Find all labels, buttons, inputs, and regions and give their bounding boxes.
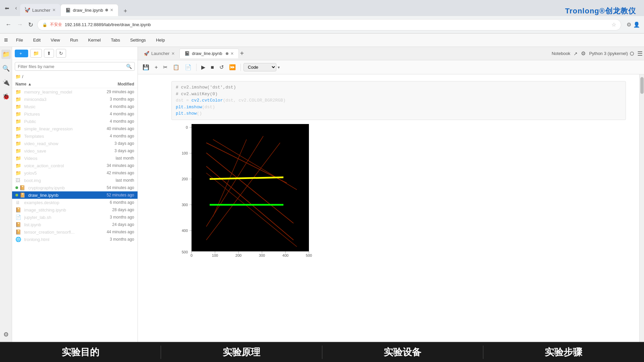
cut-btn[interactable]: ✂ <box>161 63 169 72</box>
file-item[interactable]: 🖼 boot.img last month <box>12 177 138 184</box>
upload-btn[interactable]: ⬆ <box>44 49 54 58</box>
menu-tabs[interactable]: Tabs <box>109 36 122 44</box>
file-item[interactable]: 📔 tensor_creation_tensorfl... 44 minutes… <box>12 228 138 236</box>
file-item[interactable]: 📁 yolov5 42 minutes ago <box>12 169 138 177</box>
tab-notebook-close[interactable]: ✕ <box>110 8 113 12</box>
add-tab-button[interactable]: + <box>240 50 244 57</box>
file-list: 📁 memory_learning_model 29 minutes ago 📁… <box>12 88 138 342</box>
menu-kernel[interactable]: Kernel <box>86 36 103 44</box>
tab-notebook[interactable]: 📓 draw_line.ipynb ✕ <box>60 4 118 16</box>
plot-container: 0 100 200 300 400 500 <box>171 121 626 268</box>
extensions-icon[interactable]: 🔌 <box>1 78 11 87</box>
search-sidebar-icon[interactable]: 🔍 <box>1 64 11 73</box>
file-item[interactable]: 📁 Videos last month <box>12 155 138 162</box>
file-item[interactable]: 📁 video_save 3 days ago <box>12 147 138 155</box>
paste-btn[interactable]: 📄 <box>183 63 194 72</box>
run-btn[interactable]: ▶ <box>199 63 207 72</box>
extension-icon[interactable]: ⚙ <box>627 21 631 28</box>
nb-tab-launcher[interactable]: 🚀 Launcher ✕ <box>139 49 179 58</box>
interrupt-btn[interactable]: ■ <box>209 63 216 72</box>
file-modified: 4 months ago <box>84 134 134 138</box>
file-item[interactable]: 📔 image_stitching.ipynb 28 days ago <box>12 206 138 214</box>
file-item[interactable]: 📁 voice_action_control 34 minutes ago <box>12 162 138 169</box>
browser-frame: ⬅ ‹ › 🚀 Launcher ✕ 📓 draw_line.ipynb ✕ +… <box>0 0 644 362</box>
file-item[interactable]: 📁 simple_linear_regression 40 minutes ag… <box>12 125 138 132</box>
bookmark-icon[interactable]: ☆ <box>611 21 616 28</box>
file-modified: 3 months ago <box>84 215 134 220</box>
file-item[interactable]: 📄 jupyter_lab.sh 3 months ago <box>12 214 138 221</box>
tab-launcher-close[interactable]: ✕ <box>52 8 56 12</box>
copy-btn[interactable]: 📋 <box>171 63 181 72</box>
notebook-scrollbar[interactable] <box>639 74 644 342</box>
file-name: draw_line.ipynb <box>28 193 84 198</box>
menu-icon[interactable]: ☰ <box>637 50 643 57</box>
settings-sidebar-icon[interactable]: ⚙ <box>1 330 11 339</box>
bottom-section-1[interactable]: 实验目的 <box>0 346 161 359</box>
y-label-300: 300 <box>182 203 188 207</box>
add-cell-btn[interactable]: + <box>153 63 160 72</box>
file-item[interactable]: 📔 cryptography.ipynb 54 minutes ago <box>12 184 138 191</box>
file-item[interactable]: 🌐 tronlong.html 3 months ago <box>12 236 138 243</box>
back-btn[interactable]: ‹ <box>12 4 20 12</box>
notebook-favicon: 📓 <box>65 8 71 13</box>
file-item[interactable]: 📁 Templates 4 months ago <box>12 132 138 140</box>
file-item[interactable]: 📁 Pictures 4 months ago <box>12 110 138 118</box>
code-line: plt.show() <box>176 110 622 117</box>
refresh-btn[interactable]: ↻ <box>56 49 66 58</box>
debug-icon[interactable]: 🐞 <box>1 92 11 101</box>
col-name-header[interactable]: Name ▲ <box>15 82 80 86</box>
nb-tab-notebook[interactable]: 📓 draw_line.ipynb ✕ <box>179 49 238 58</box>
restart-btn[interactable]: ↺ <box>217 63 226 72</box>
new-folder-btn[interactable]: 📁 <box>30 49 42 58</box>
y-label-200: 200 <box>182 177 188 181</box>
settings-icon[interactable]: ⚙ <box>581 50 586 57</box>
restart-run-btn[interactable]: ⏩ <box>227 63 238 72</box>
file-item[interactable]: 📁 Public 4 months ago <box>12 118 138 125</box>
menu-file[interactable]: File <box>14 36 25 44</box>
file-name: Templates <box>24 134 84 139</box>
file-item-selected[interactable]: 📔 draw_line.ipynb 52 minutes ago <box>12 191 138 199</box>
launcher-tab-close[interactable]: ✕ <box>171 51 175 56</box>
breadcrumb-path: / <box>22 74 23 79</box>
file-item[interactable]: 📁 miniconda3 3 months ago <box>12 96 138 103</box>
file-name: jupyter_lab.sh <box>24 215 84 220</box>
menu-edit[interactable]: Edit <box>31 36 43 44</box>
cell-type-select[interactable]: Code Markdown Raw <box>244 63 276 71</box>
file-search-input[interactable] <box>18 64 124 69</box>
new-button[interactable]: + <box>15 50 28 57</box>
bottom-section-3[interactable]: 实验设备 <box>322 346 483 359</box>
reload-btn[interactable]: ↻ <box>27 20 35 30</box>
external-link-icon[interactable]: ↗ <box>574 51 578 56</box>
forward-btn[interactable]: › <box>21 4 30 12</box>
notebook-label[interactable]: Notebook <box>552 51 571 56</box>
back-nav-btn[interactable]: ← <box>4 20 13 29</box>
file-item[interactable]: 📁 Music 4 months ago <box>12 103 138 110</box>
menu-view[interactable]: View <box>49 36 62 44</box>
bottom-section-2[interactable]: 实验原理 <box>161 346 322 359</box>
toolbar-separator-2 <box>240 64 241 71</box>
notebook-tab-close[interactable]: ✕ <box>230 51 234 56</box>
menu-run[interactable]: Run <box>68 36 80 44</box>
minimize-btn[interactable]: ⬅ <box>3 4 11 12</box>
notebook-icon: 📔 <box>15 207 23 213</box>
save-btn[interactable]: 💾 <box>141 63 151 72</box>
files-icon[interactable]: 📁 <box>1 50 11 59</box>
file-item[interactable]: 📁 memory_learning_model 29 minutes ago <box>12 88 138 96</box>
url-text[interactable]: 192.168.11.72:8889/lab/tree/draw_line.ip… <box>65 22 609 27</box>
lock-icon: 🔒 <box>42 22 47 27</box>
new-tab-button[interactable]: + <box>121 6 130 16</box>
forward-nav-btn[interactable]: → <box>15 20 24 29</box>
url-box: 🔒 不安全 192.168.11.72:8889/lab/tree/draw_l… <box>37 19 621 31</box>
file-item[interactable]: 📔 list.ipynb 24 days ago <box>12 221 138 228</box>
menu-help[interactable]: Help <box>154 36 167 44</box>
file-item[interactable]: 🖥 examples.desktop 6 months ago <box>12 199 138 206</box>
folder-icon: 📁 <box>15 74 21 79</box>
menu-settings[interactable]: Settings <box>128 36 148 44</box>
cell-body[interactable]: # cv2.imshow('dst',dst) # cv2.waitKey(0)… <box>171 81 626 120</box>
col-modified-header: Modified <box>80 82 134 86</box>
url-insecure: 不安全 <box>50 22 62 27</box>
profile-icon[interactable]: 👤 <box>633 21 640 28</box>
bottom-section-4[interactable]: 实验步骤 <box>483 346 644 359</box>
sidebar-icons: 📁 🔍 🔌 🐞 ⚙ <box>0 47 12 342</box>
file-item[interactable]: 📁 video_read_show 3 days ago <box>12 140 138 147</box>
